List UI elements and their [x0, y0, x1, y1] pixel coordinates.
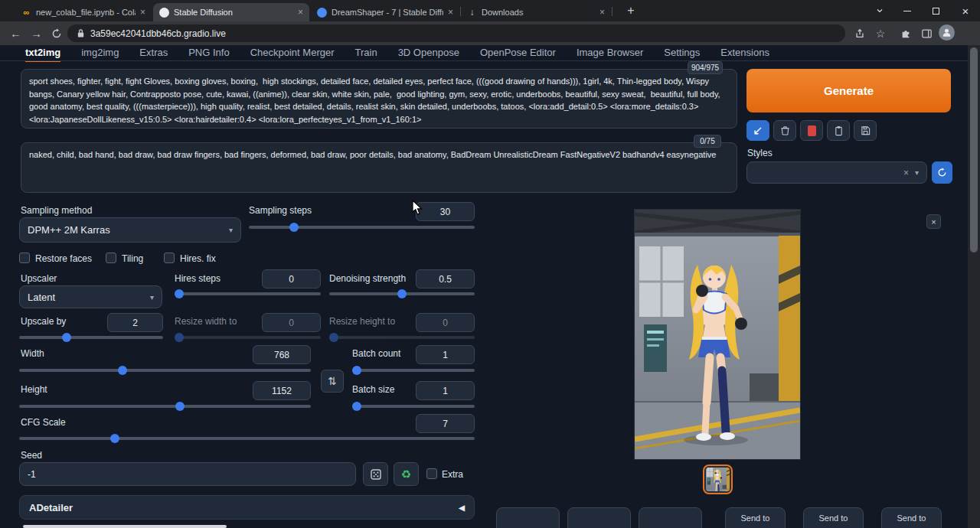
chevron-down-icon[interactable]: ▾	[915, 168, 919, 177]
tab-close-icon[interactable]: ×	[140, 7, 145, 18]
clear-prompt-button[interactable]	[773, 120, 796, 141]
close-gallery-button[interactable]: ×	[926, 214, 941, 229]
send-to-inpaint-button[interactable]: Send to	[803, 507, 864, 528]
window-minimize-button[interactable]	[896, 0, 919, 21]
extra-seed-checkbox[interactable]	[426, 468, 437, 479]
tab-png-info[interactable]: PNG Info	[188, 47, 229, 62]
browser-tab-colab[interactable]: ∞ new_colab_file.ipynb - Colaborat ×	[15, 3, 152, 21]
hires-fix-checkbox[interactable]	[164, 253, 175, 263]
upscaler-dropdown[interactable]: Latent ▾	[19, 285, 162, 308]
slider-track[interactable]	[19, 437, 475, 440]
send-to-extras-button[interactable]: Send to	[881, 507, 942, 528]
batch-size-input[interactable]	[416, 381, 475, 400]
send-to-img2img-button[interactable]: Send to	[725, 507, 786, 528]
tab-close-icon[interactable]: ×	[448, 7, 453, 18]
share-icon[interactable]	[851, 25, 868, 42]
negative-prompt-input[interactable]: naked, child, bad hand, bad draw, bad dr…	[21, 142, 737, 193]
sampling-steps-slider[interactable]	[249, 223, 475, 232]
slider-track[interactable]	[249, 226, 475, 229]
slider-handle[interactable]	[175, 289, 184, 298]
seed-input[interactable]	[19, 462, 356, 486]
slider-handle[interactable]	[397, 289, 407, 298]
window-chevron-icon[interactable]	[868, 0, 891, 21]
width-input[interactable]	[253, 345, 311, 364]
slider-track[interactable]	[19, 336, 163, 339]
slider-track[interactable]	[175, 292, 321, 295]
batch-count-input[interactable]	[416, 345, 475, 364]
back-button[interactable]: ←	[6, 24, 25, 43]
hires-steps-input[interactable]	[262, 269, 321, 288]
gallery-thumbnail[interactable]	[703, 464, 733, 494]
width-slider[interactable]	[19, 366, 311, 375]
profile-avatar[interactable]	[939, 24, 955, 41]
sampling-method-dropdown[interactable]: DPM++ 2M Karras ▾	[19, 217, 241, 243]
tab-3d-openpose[interactable]: 3D Openpose	[398, 47, 459, 62]
save-style-button[interactable]	[854, 120, 877, 141]
slider-handle[interactable]	[62, 333, 71, 342]
tab-img2img[interactable]: img2img	[81, 47, 119, 62]
page-scrollbar-thumb[interactable]	[970, 47, 978, 253]
height-input[interactable]	[253, 381, 311, 400]
slider-handle[interactable]	[352, 366, 361, 375]
styles-dropdown[interactable]: × ▾	[746, 161, 927, 184]
upscale-by-input[interactable]	[107, 313, 163, 332]
prompt-input[interactable]: sport shoes, fighter, fight, fight Glove…	[21, 69, 737, 129]
hires-steps-slider[interactable]	[175, 289, 321, 298]
address-bar[interactable]: 3a59ec42041dbb46cb.gradio.live	[67, 24, 845, 42]
tab-close-icon[interactable]: ×	[298, 7, 303, 18]
tab-txt2img[interactable]: txt2img	[25, 47, 60, 62]
extensions-puzzle-icon[interactable]	[897, 25, 914, 42]
tab-train[interactable]: Train	[355, 47, 377, 62]
height-slider[interactable]	[19, 402, 311, 411]
side-panel-icon[interactable]	[918, 25, 935, 42]
reuse-seed-button[interactable]: ♻	[394, 462, 419, 486]
gallery-save-button[interactable]	[496, 507, 560, 528]
browser-tab-stable-diffusion[interactable]: Stable Diffusion ×	[153, 3, 309, 21]
restore-faces-checkbox[interactable]	[19, 253, 30, 263]
reload-button[interactable]	[47, 24, 66, 43]
window-maximize-button[interactable]	[924, 0, 947, 21]
browser-tab-dreamshaper[interactable]: DreamShaper - 7 | Stable Diffusi ×	[311, 3, 459, 21]
new-tab-button[interactable]: +	[622, 2, 640, 19]
tab-settings[interactable]: Settings	[664, 47, 700, 62]
tab-image-browser[interactable]: Image Browser	[577, 47, 643, 62]
random-seed-button[interactable]	[363, 462, 388, 486]
apply-styles-button[interactable]	[827, 120, 850, 141]
clear-styles-icon[interactable]: ×	[903, 168, 909, 178]
upscale-by-slider[interactable]	[19, 333, 163, 342]
batch-count-slider[interactable]	[352, 366, 475, 375]
slider-handle[interactable]	[289, 223, 299, 232]
tab-checkpoint-merger[interactable]: Checkpoint Merger	[250, 47, 335, 62]
tiling-checkbox[interactable]	[106, 253, 116, 263]
gallery-zip-button[interactable]	[567, 507, 631, 528]
swap-dimensions-button[interactable]: ⇅	[321, 370, 344, 393]
slider-handle[interactable]	[175, 402, 185, 411]
generated-image[interactable]	[635, 210, 800, 459]
batch-size-slider[interactable]	[352, 402, 475, 411]
sampling-steps-input[interactable]	[416, 202, 475, 221]
slider-handle[interactable]	[118, 366, 127, 375]
bookmark-star-icon[interactable]: ☆	[872, 25, 889, 42]
tab-openpose-editor[interactable]: OpenPose Editor	[480, 47, 556, 62]
browser-tab-downloads[interactable]: ↓ Downloads ×	[461, 3, 611, 21]
paste-params-button[interactable]: ↙	[746, 120, 769, 141]
slider-track[interactable]	[19, 369, 311, 372]
extra-networks-button[interactable]	[800, 120, 823, 141]
adetailer-accordion[interactable]: ADetailer ◀	[19, 495, 475, 520]
denoising-strength-slider[interactable]	[329, 289, 475, 298]
tab-close-icon[interactable]: ×	[599, 7, 605, 18]
slider-track[interactable]	[352, 405, 475, 408]
refresh-styles-button[interactable]	[932, 161, 952, 184]
slider-track[interactable]	[352, 369, 475, 372]
cfg-scale-slider[interactable]	[19, 434, 475, 443]
gallery-extra-button[interactable]	[639, 507, 702, 528]
denoising-strength-input[interactable]	[416, 269, 475, 288]
window-close-button[interactable]: ×	[954, 0, 977, 21]
generate-button[interactable]: Generate	[746, 69, 951, 112]
slider-track[interactable]	[19, 405, 311, 408]
slider-handle[interactable]	[352, 402, 361, 411]
forward-button[interactable]: →	[27, 24, 46, 43]
tab-extensions[interactable]: Extensions	[720, 47, 769, 62]
slider-handle[interactable]	[110, 434, 119, 443]
cfg-scale-input[interactable]	[416, 414, 475, 433]
